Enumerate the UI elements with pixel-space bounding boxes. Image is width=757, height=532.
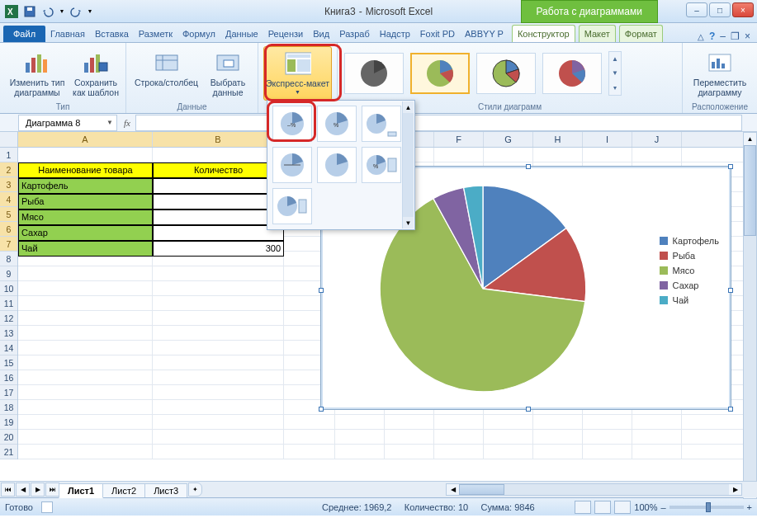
column-header[interactable]: J (632, 132, 682, 147)
row-header[interactable]: 10 (0, 281, 17, 296)
tab-view[interactable]: Вид (308, 26, 334, 42)
redo-icon[interactable] (68, 3, 84, 20)
tab-file[interactable]: Файл (3, 26, 45, 42)
undo-icon[interactable] (40, 3, 56, 20)
tab-chart-format[interactable]: Формат (619, 25, 663, 42)
layout-option-7[interactable] (272, 188, 312, 224)
excel-icon[interactable]: X (3, 3, 20, 20)
chart-style-4[interactable] (542, 53, 602, 94)
table-row-name[interactable]: Мясо (18, 210, 153, 225)
prev-sheet-icon[interactable]: ◀ (16, 483, 30, 497)
sheet-tab-1[interactable]: Лист1 (59, 483, 103, 498)
macro-record-icon[interactable] (41, 501, 53, 513)
resize-handle[interactable] (526, 407, 531, 412)
resize-handle[interactable] (526, 164, 531, 169)
row-header[interactable]: 6 (0, 222, 17, 237)
row-header[interactable]: 4 (0, 192, 17, 207)
resize-handle[interactable] (728, 164, 733, 169)
tab-insert[interactable]: Вставка (90, 26, 134, 42)
column-header[interactable]: G (484, 132, 533, 147)
tab-developer[interactable]: Разраб (334, 26, 375, 42)
scroll-down-icon[interactable]: ▼ (403, 217, 414, 228)
fx-icon[interactable]: fx (119, 118, 135, 128)
undo-dropdown-icon[interactable]: ▼ (58, 3, 66, 20)
resize-handle[interactable] (319, 288, 324, 293)
scroll-up-icon[interactable]: ▲ (744, 133, 756, 145)
tab-addins[interactable]: Надстр (375, 26, 415, 42)
layout-option-6[interactable]: % (362, 147, 401, 183)
row-header[interactable]: 18 (0, 400, 17, 415)
tab-data[interactable]: Данные (220, 26, 263, 42)
minimize-ribbon-icon[interactable]: △ (698, 32, 704, 41)
chevron-down-icon[interactable]: ▼ (106, 119, 113, 126)
zoom-level[interactable]: 100% (634, 502, 657, 512)
table-header[interactable]: Количество (153, 162, 284, 178)
row-header[interactable]: 1 (0, 148, 17, 162)
scroll-left-icon[interactable]: ◀ (447, 484, 459, 495)
row-header[interactable]: 19 (0, 415, 17, 430)
scroll-thumb[interactable] (459, 484, 504, 495)
view-normal-icon[interactable] (575, 501, 591, 514)
zoom-out-icon[interactable]: – (660, 502, 665, 512)
scroll-down-icon[interactable]: ▼ (609, 66, 621, 80)
scroll-thumb[interactable] (744, 145, 756, 236)
resize-handle[interactable] (319, 407, 324, 412)
column-header[interactable]: H (533, 132, 583, 147)
row-header[interactable]: 3 (0, 177, 17, 192)
row-header[interactable]: 7 (0, 237, 17, 252)
mdi-restore-icon[interactable]: ❐ (731, 31, 740, 42)
mdi-minimize-icon[interactable]: – (720, 31, 726, 42)
row-header[interactable]: 17 (0, 385, 17, 400)
layout-option-2[interactable]: % (317, 106, 357, 142)
scroll-up-icon[interactable]: ▲ (609, 52, 621, 66)
table-row-name[interactable]: Картофель (18, 178, 153, 194)
row-header[interactable]: 16 (0, 370, 17, 385)
legend-item[interactable]: Картофель (660, 236, 719, 246)
table-header[interactable]: Наименование товара (18, 162, 153, 178)
chart-style-2[interactable] (410, 53, 470, 94)
qat-customize-icon[interactable]: ▼ (86, 3, 94, 20)
column-header[interactable]: I (583, 132, 632, 147)
chart-style-1[interactable] (344, 53, 404, 94)
tab-foxit[interactable]: Foxit PD (415, 26, 460, 42)
chart-style-3[interactable] (476, 53, 536, 94)
save-as-template-button[interactable]: Сохранить как шаблон (71, 46, 121, 101)
scroll-more-icon[interactable]: ▾ (609, 81, 621, 95)
sheet-tab-3[interactable]: Лист3 (144, 483, 187, 497)
tab-home[interactable]: Главная (45, 26, 90, 42)
chart-legend[interactable]: КартофельРыбаМясоСахарЧай (660, 236, 719, 310)
legend-item[interactable]: Чай (660, 295, 719, 305)
table-row-name[interactable]: Рыба (18, 194, 153, 210)
table-row-value[interactable] (153, 225, 284, 241)
column-header[interactable]: A (18, 132, 153, 147)
column-header[interactable]: F (434, 132, 484, 147)
tab-formulas[interactable]: Формул (177, 26, 220, 42)
row-header[interactable]: 11 (0, 296, 17, 311)
zoom-slider[interactable] (669, 506, 744, 509)
view-page-layout-icon[interactable] (594, 501, 611, 514)
table-row-value[interactable] (153, 178, 284, 194)
table-row-value[interactable] (153, 194, 284, 210)
table-row-name[interactable]: Сахар (18, 225, 153, 241)
new-sheet-icon[interactable]: ✦ (188, 483, 202, 497)
legend-item[interactable]: Мясо (660, 266, 719, 275)
tab-chart-layout[interactable]: Макет (579, 25, 616, 42)
column-header[interactable]: B (153, 132, 284, 147)
layout-option-1[interactable]: –% (272, 106, 312, 142)
styles-scrollbar[interactable]: ▲▼▾ (608, 51, 622, 96)
tab-page-layout[interactable]: Разметк (134, 26, 177, 42)
change-chart-type-button[interactable]: Изменить тип диаграммы (5, 46, 69, 101)
resize-handle[interactable] (728, 407, 733, 412)
resize-handle[interactable] (728, 288, 733, 293)
table-row-value[interactable] (153, 210, 284, 225)
scroll-right-icon[interactable]: ▶ (729, 484, 741, 495)
first-sheet-icon[interactable]: ⏮ (1, 483, 15, 497)
row-header[interactable]: 8 (0, 252, 17, 266)
table-row-name[interactable]: Чай (18, 241, 153, 257)
select-data-button[interactable]: Выбрать данные (203, 46, 253, 101)
help-icon[interactable]: ? (709, 31, 715, 42)
switch-row-column-button[interactable]: Строка/столбец (131, 46, 201, 101)
row-header[interactable]: 2 (0, 162, 17, 177)
name-box[interactable]: Диаграмма 8 ▼ (18, 115, 117, 131)
move-chart-button[interactable]: Переместить диаграмму (688, 46, 752, 101)
